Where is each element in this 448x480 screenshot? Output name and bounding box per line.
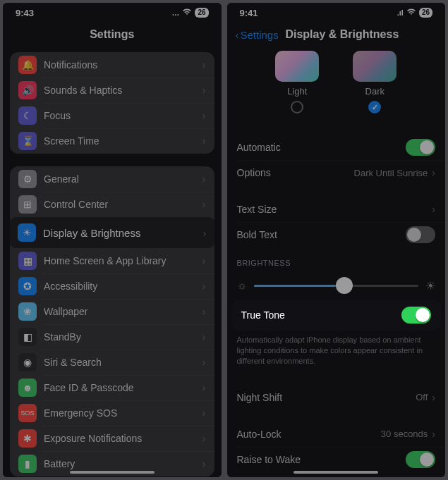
brightness-slider[interactable] [254, 285, 418, 287]
chevron-right-icon: › [202, 382, 206, 393]
sun-small-icon: ☼ [237, 279, 248, 292]
appearance-option-dark[interactable]: Dark [353, 51, 396, 113]
row-label: Focus [44, 110, 71, 121]
dark-thumbnail [353, 51, 396, 82]
settings-phone: 9:43 … 26 Settings 🔔Notifications›🔊Sound… [3, 3, 222, 477]
text-size-row[interactable]: Text Size › [227, 197, 446, 222]
notifications-icon: 🔔 [18, 56, 37, 74]
brightness-slider-row: ☼ ☀ [227, 271, 446, 300]
settings-row-notifications[interactable]: 🔔Notifications› [10, 52, 214, 78]
siri-icon: ◉ [18, 353, 37, 371]
status-indicators: … 26 [171, 8, 208, 18]
control-icon: ⊞ [18, 195, 37, 214]
display-settings-scroll[interactable]: Light Dark Automatic Options Dark Until … [227, 47, 446, 477]
settings-row-sounds-haptics[interactable]: 🔊Sounds & Haptics› [10, 78, 214, 103]
brightness-knob[interactable] [336, 277, 353, 294]
row-label: Notifications [44, 59, 97, 70]
settings-row-screen-time[interactable]: ⌛Screen Time› [10, 128, 214, 154]
home-indicator[interactable] [293, 471, 378, 474]
true-tone-row: True Tone [231, 300, 442, 331]
exposure-icon: ✱ [18, 429, 37, 448]
settings-row-control-center[interactable]: ⊞Control Center› [10, 192, 214, 217]
battery-indicator: 26 [195, 8, 208, 18]
focus-icon: ☾ [18, 106, 37, 125]
row-label: Home Screen & App Library [44, 255, 167, 266]
face-icon: ☻ [18, 379, 37, 397]
chevron-right-icon: › [202, 458, 206, 469]
chevron-right-icon: › [202, 407, 206, 419]
night-shift-row[interactable]: Night Shift Off › [227, 385, 446, 410]
bold-text-row: Bold Text [227, 222, 446, 247]
chevron-right-icon: › [202, 199, 206, 210]
chevron-right-icon: › [202, 59, 206, 70]
options-value: Dark Until Sunrise [354, 168, 428, 178]
raise-to-wake-row: Raise to Wake [227, 447, 446, 472]
status-bar: 9:41 .ıl 26 [227, 3, 446, 23]
settings-row-face-id-passcode[interactable]: ☻Face ID & Passcode› [10, 375, 214, 400]
night-shift-value: Off [416, 392, 428, 402]
chevron-right-icon: › [202, 331, 206, 343]
dark-label: Dark [365, 86, 385, 97]
brightness-fill [254, 285, 344, 287]
row-label: Emergency SOS [44, 407, 117, 419]
general-icon: ⚙ [18, 170, 37, 188]
light-thumbnail [275, 51, 319, 82]
status-time: 9:43 [16, 8, 34, 18]
dark-radio[interactable] [368, 101, 381, 113]
settings-list[interactable]: 🔔Notifications›🔊Sounds & Haptics›☾Focus›… [3, 52, 222, 477]
row-label: Battery [44, 458, 75, 469]
brightness-header: Brightness [227, 259, 446, 271]
auto-lock-row[interactable]: Auto-Lock 30 seconds › [227, 421, 446, 447]
text-size-label: Text Size [237, 204, 277, 215]
chevron-right-icon: › [202, 306, 206, 317]
display-icon: ☀ [18, 223, 36, 242]
nav-bar: ‹ Settings Display & Brightness [227, 23, 446, 47]
settings-row-emergency-sos[interactable]: SOSEmergency SOS› [10, 400, 214, 426]
chevron-right-icon: › [202, 85, 206, 96]
row-label: General [44, 173, 79, 185]
screen-icon: ⌛ [18, 132, 37, 150]
row-label: Siri & Search [44, 357, 102, 368]
automatic-row: Automatic [227, 135, 446, 160]
light-label: Light [287, 86, 307, 97]
battery-indicator: 26 [419, 8, 432, 18]
bold-text-label: Bold Text [237, 229, 277, 240]
true-tone-toggle[interactable] [401, 307, 431, 324]
status-time: 9:41 [240, 8, 258, 18]
chevron-right-icon: › [202, 357, 206, 368]
wallpaper-icon: ❀ [18, 302, 37, 321]
raise-to-wake-toggle[interactable] [406, 451, 435, 468]
bold-text-toggle[interactable] [406, 226, 435, 243]
dots-icon: … [171, 8, 179, 17]
settings-row-display-brightness[interactable]: ☀Display & Brightness› [10, 217, 214, 248]
signal-icon: .ıl [397, 8, 404, 17]
options-row[interactable]: Options Dark Until Sunrise › [227, 160, 446, 185]
light-radio[interactable] [291, 101, 303, 113]
appearance-option-light[interactable]: Light [275, 51, 319, 113]
home-indicator[interactable] [70, 471, 155, 474]
true-tone-caption: Automatically adapt iPhone display based… [227, 331, 446, 374]
settings-row-focus[interactable]: ☾Focus› [10, 103, 214, 128]
chevron-right-icon: › [202, 110, 206, 121]
row-label: Face ID & Passcode [44, 382, 134, 393]
options-label: Options [237, 167, 271, 178]
chevron-right-icon: › [202, 433, 206, 444]
settings-row-wallpaper[interactable]: ❀Wallpaper› [10, 299, 214, 324]
raise-to-wake-label: Raise to Wake [237, 454, 301, 465]
accessibility-icon: ✪ [18, 277, 37, 295]
automatic-label: Automatic [237, 142, 281, 153]
page-title: Display & Brightness [248, 28, 437, 41]
chevron-right-icon: › [202, 173, 206, 185]
settings-row-siri-search[interactable]: ◉Siri & Search› [10, 350, 214, 375]
row-label: Display & Brightness [43, 227, 140, 239]
chevron-right-icon: › [432, 429, 435, 440]
settings-row-accessibility[interactable]: ✪Accessibility› [10, 273, 214, 299]
chevron-right-icon: › [203, 227, 207, 239]
automatic-toggle[interactable] [406, 139, 435, 156]
sun-large-icon: ☀ [425, 279, 435, 293]
settings-row-home-screen-app-library[interactable]: ▦Home Screen & App Library› [10, 248, 214, 273]
settings-row-exposure-notifications[interactable]: ✱Exposure Notifications› [10, 426, 214, 451]
auto-lock-label: Auto-Lock [237, 429, 281, 440]
settings-row-general[interactable]: ⚙General› [10, 166, 214, 192]
settings-row-standby[interactable]: ◧StandBy› [10, 324, 214, 350]
